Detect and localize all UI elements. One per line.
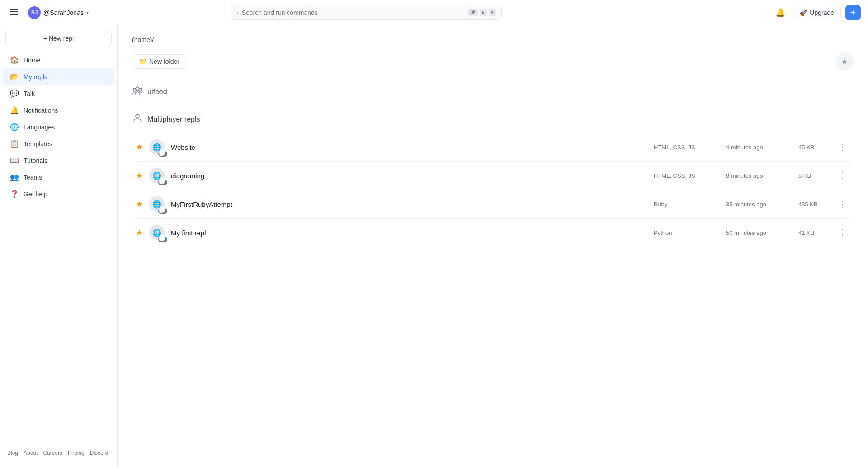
repl-name: diagraming [171, 172, 654, 180]
k-key: k [480, 9, 487, 16]
book-icon: 📖 [10, 156, 19, 165]
help-icon: ❓ [10, 190, 19, 198]
home-icon: 🏠 [10, 56, 19, 64]
repl-lang: HTML, CSS, JS [654, 172, 726, 179]
svg-rect-1 [10, 11, 18, 12]
star-ruby[interactable]: ★ [136, 199, 143, 209]
footer-pricing[interactable]: Pricing [68, 450, 85, 456]
sidebar-item-talk[interactable]: 💬 Talk [3, 85, 114, 102]
sidebar-item-templates[interactable]: 📋 Templates [3, 135, 114, 152]
repl-lang: Ruby [654, 201, 726, 208]
avatar: SJ [28, 6, 41, 19]
globe-icon: 🌐 [152, 172, 161, 180]
repl-size: 435 KB [798, 201, 835, 208]
breadcrumb: (home)/ [132, 36, 854, 43]
repl-name: Website [171, 143, 654, 151]
topbar: SJ @SarahJonas ▾ › ⌘ k ▾ 🔔 🚀 Upgrade + [0, 0, 868, 25]
repl-row[interactable]: ★ 🌐 MyFirstRubyAttempt Ruby 35 minutes a… [132, 190, 854, 219]
repl-more-button[interactable]: ⋮ [835, 140, 850, 154]
footer-about[interactable]: About [24, 450, 38, 456]
chevron-key: ▾ [489, 9, 496, 16]
star-icon: ★ [841, 57, 848, 67]
globe-icon: 🌐 [10, 123, 19, 131]
chat-icon: 💬 [10, 89, 19, 98]
toggle-icon [158, 180, 167, 185]
footer-discord[interactable]: Discord [90, 450, 108, 456]
upgrade-label: Upgrade [810, 9, 834, 16]
footer-careers[interactable]: Careers [43, 450, 62, 456]
toggle-icon [158, 237, 167, 242]
star-first-repl[interactable]: ★ [136, 228, 143, 238]
uifeed-label: uifeed [147, 88, 167, 96]
create-button[interactable]: + [845, 5, 861, 20]
repl-row[interactable]: ★ 🌐 diagraming HTML, CSS, JS 8 minutes a… [132, 162, 854, 190]
repl-name: My first repl [171, 229, 654, 237]
svg-rect-0 [10, 9, 18, 10]
repl-row[interactable]: ★ 🌐 Website HTML, CSS, JS 4 minutes ago … [132, 133, 854, 162]
star-filter-button[interactable]: ★ [835, 52, 854, 71]
svg-rect-2 [10, 14, 18, 15]
repl-lang: Python [654, 229, 726, 236]
breadcrumb-text: (home)/ [132, 36, 154, 43]
uifeed-icon [132, 85, 143, 98]
sidebar-item-label: Languages [24, 124, 55, 131]
repl-icon-ruby: 🌐 [149, 196, 165, 212]
content-area: (home)/ 📁 New folder ★ [118, 25, 868, 467]
search-shortcut: ⌘ k ▾ [468, 9, 496, 16]
toggle-dot [159, 181, 163, 184]
sidebar-item-home[interactable]: 🏠 Home [3, 52, 114, 68]
repl-size: 41 KB [798, 229, 835, 236]
footer-links: Blog About Careers Pricing Discord [7, 450, 110, 456]
menu-button[interactable] [7, 6, 21, 19]
new-folder-button[interactable]: 📁 New folder [132, 54, 186, 69]
repl-icon-first-repl: 🌐 [149, 225, 165, 240]
repl-size: 8 KB [798, 172, 835, 179]
uifeed-section: uifeed [132, 81, 854, 102]
multiplayer-label: Multiplayer repls [147, 115, 200, 124]
repls-list: ★ 🌐 Website HTML, CSS, JS 4 minutes ago … [132, 133, 854, 247]
repl-more-button[interactable]: ⋮ [835, 169, 850, 182]
bell-icon: 🔔 [10, 106, 19, 114]
repl-lang: HTML, CSS, JS [654, 144, 726, 151]
sidebar-item-my-repls[interactable]: 📂 My repls [3, 68, 114, 85]
repl-time: 35 minutes ago [726, 201, 798, 208]
sidebar-item-label: Talk [24, 90, 35, 97]
repl-more-button[interactable]: ⋮ [835, 226, 850, 239]
toggle-dot [159, 152, 163, 156]
repl-name: MyFirstRubyAttempt [171, 200, 654, 208]
multiplayer-section: Multiplayer repls [132, 109, 854, 129]
repl-icon-diagraming: 🌐 [149, 168, 165, 183]
search-bar[interactable]: › ⌘ k ▾ [231, 5, 502, 20]
sidebar-item-label: My repls [24, 73, 47, 81]
repl-more-button[interactable]: ⋮ [835, 197, 850, 211]
chevron-down-icon: ▾ [86, 10, 89, 15]
upgrade-button[interactable]: 🚀 Upgrade [793, 6, 841, 19]
new-folder-label: New folder [149, 58, 179, 65]
topbar-left: SJ @SarahJonas ▾ [7, 5, 92, 21]
sidebar-item-get-help[interactable]: ❓ Get help [3, 186, 114, 202]
search-input[interactable] [242, 9, 465, 16]
sidebar-footer: Blog About Careers Pricing Discord [0, 444, 117, 462]
sidebar: + New repl 🏠 Home 📂 My repls 💬 Talk 🔔 No… [0, 25, 118, 467]
folder-icon: 📂 [10, 72, 19, 81]
star-website[interactable]: ★ [136, 142, 143, 152]
sidebar-item-tutorials[interactable]: 📖 Tutorials [3, 152, 114, 169]
globe-icon: 🌐 [152, 143, 161, 152]
repl-row[interactable]: ★ 🌐 My first repl Python 50 minutes ago … [132, 219, 854, 247]
template-icon: 📋 [10, 139, 19, 148]
sidebar-item-label: Templates [24, 140, 52, 148]
globe-icon: 🌐 [152, 200, 161, 209]
sidebar-item-teams[interactable]: 👥 Teams [3, 169, 114, 186]
sidebar-item-label: Get help [24, 191, 47, 198]
star-diagraming[interactable]: ★ [136, 171, 143, 181]
notifications-button[interactable]: 🔔 [773, 5, 788, 20]
toggle-icon [158, 151, 167, 157]
new-repl-button[interactable]: + New repl [5, 31, 112, 46]
footer-blog[interactable]: Blog [7, 450, 18, 456]
sidebar-item-languages[interactable]: 🌐 Languages [3, 119, 114, 135]
sidebar-item-notifications[interactable]: 🔔 Notifications [3, 102, 114, 119]
globe-icon: 🌐 [152, 229, 161, 237]
topbar-right: 🔔 🚀 Upgrade + [773, 5, 861, 20]
user-menu-button[interactable]: SJ @SarahJonas ▾ [24, 5, 92, 21]
cmd-key: ⌘ [468, 9, 478, 16]
